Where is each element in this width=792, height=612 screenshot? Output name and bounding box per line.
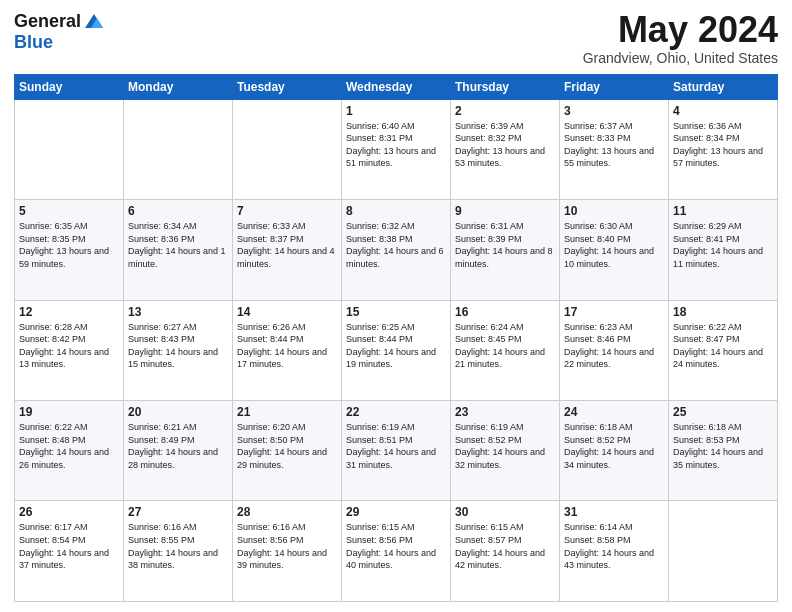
day-info: Sunrise: 6:22 AM Sunset: 8:48 PM Dayligh… bbox=[19, 421, 119, 471]
day-number: 24 bbox=[564, 405, 664, 419]
calendar-cell: 31Sunrise: 6:14 AM Sunset: 8:58 PM Dayli… bbox=[560, 501, 669, 602]
day-info: Sunrise: 6:21 AM Sunset: 8:49 PM Dayligh… bbox=[128, 421, 228, 471]
day-info: Sunrise: 6:18 AM Sunset: 8:53 PM Dayligh… bbox=[673, 421, 773, 471]
day-info: Sunrise: 6:31 AM Sunset: 8:39 PM Dayligh… bbox=[455, 220, 555, 270]
day-number: 15 bbox=[346, 305, 446, 319]
col-sunday: Sunday bbox=[15, 74, 124, 99]
col-thursday: Thursday bbox=[451, 74, 560, 99]
day-number: 20 bbox=[128, 405, 228, 419]
calendar-cell: 16Sunrise: 6:24 AM Sunset: 8:45 PM Dayli… bbox=[451, 300, 560, 400]
calendar-week-row: 1Sunrise: 6:40 AM Sunset: 8:31 PM Daylig… bbox=[15, 99, 778, 199]
calendar-cell bbox=[669, 501, 778, 602]
day-info: Sunrise: 6:19 AM Sunset: 8:52 PM Dayligh… bbox=[455, 421, 555, 471]
calendar-cell: 25Sunrise: 6:18 AM Sunset: 8:53 PM Dayli… bbox=[669, 401, 778, 501]
calendar-header-row: Sunday Monday Tuesday Wednesday Thursday… bbox=[15, 74, 778, 99]
day-info: Sunrise: 6:16 AM Sunset: 8:55 PM Dayligh… bbox=[128, 521, 228, 571]
day-info: Sunrise: 6:16 AM Sunset: 8:56 PM Dayligh… bbox=[237, 521, 337, 571]
calendar-cell: 15Sunrise: 6:25 AM Sunset: 8:44 PM Dayli… bbox=[342, 300, 451, 400]
calendar-cell: 10Sunrise: 6:30 AM Sunset: 8:40 PM Dayli… bbox=[560, 200, 669, 300]
day-number: 8 bbox=[346, 204, 446, 218]
day-number: 18 bbox=[673, 305, 773, 319]
logo: General Blue bbox=[14, 10, 105, 53]
page: General Blue May 2024 Grandview, Ohio, U… bbox=[0, 0, 792, 612]
calendar-cell: 13Sunrise: 6:27 AM Sunset: 8:43 PM Dayli… bbox=[124, 300, 233, 400]
calendar-cell: 18Sunrise: 6:22 AM Sunset: 8:47 PM Dayli… bbox=[669, 300, 778, 400]
day-info: Sunrise: 6:14 AM Sunset: 8:58 PM Dayligh… bbox=[564, 521, 664, 571]
day-info: Sunrise: 6:26 AM Sunset: 8:44 PM Dayligh… bbox=[237, 321, 337, 371]
day-info: Sunrise: 6:29 AM Sunset: 8:41 PM Dayligh… bbox=[673, 220, 773, 270]
day-number: 27 bbox=[128, 505, 228, 519]
day-number: 23 bbox=[455, 405, 555, 419]
day-info: Sunrise: 6:23 AM Sunset: 8:46 PM Dayligh… bbox=[564, 321, 664, 371]
month-title: May 2024 bbox=[583, 10, 778, 50]
calendar-cell: 24Sunrise: 6:18 AM Sunset: 8:52 PM Dayli… bbox=[560, 401, 669, 501]
calendar-cell bbox=[124, 99, 233, 199]
day-info: Sunrise: 6:28 AM Sunset: 8:42 PM Dayligh… bbox=[19, 321, 119, 371]
day-info: Sunrise: 6:22 AM Sunset: 8:47 PM Dayligh… bbox=[673, 321, 773, 371]
day-info: Sunrise: 6:33 AM Sunset: 8:37 PM Dayligh… bbox=[237, 220, 337, 270]
title-block: May 2024 Grandview, Ohio, United States bbox=[583, 10, 778, 66]
day-number: 2 bbox=[455, 104, 555, 118]
day-number: 1 bbox=[346, 104, 446, 118]
day-number: 16 bbox=[455, 305, 555, 319]
calendar-week-row: 5Sunrise: 6:35 AM Sunset: 8:35 PM Daylig… bbox=[15, 200, 778, 300]
day-info: Sunrise: 6:24 AM Sunset: 8:45 PM Dayligh… bbox=[455, 321, 555, 371]
calendar-cell: 14Sunrise: 6:26 AM Sunset: 8:44 PM Dayli… bbox=[233, 300, 342, 400]
day-number: 25 bbox=[673, 405, 773, 419]
day-number: 30 bbox=[455, 505, 555, 519]
logo-general-text: General bbox=[14, 11, 81, 32]
calendar-cell: 8Sunrise: 6:32 AM Sunset: 8:38 PM Daylig… bbox=[342, 200, 451, 300]
header: General Blue May 2024 Grandview, Ohio, U… bbox=[14, 10, 778, 66]
day-number: 17 bbox=[564, 305, 664, 319]
calendar-cell: 4Sunrise: 6:36 AM Sunset: 8:34 PM Daylig… bbox=[669, 99, 778, 199]
day-number: 12 bbox=[19, 305, 119, 319]
day-number: 19 bbox=[19, 405, 119, 419]
calendar-cell: 7Sunrise: 6:33 AM Sunset: 8:37 PM Daylig… bbox=[233, 200, 342, 300]
calendar-cell: 1Sunrise: 6:40 AM Sunset: 8:31 PM Daylig… bbox=[342, 99, 451, 199]
calendar-cell: 6Sunrise: 6:34 AM Sunset: 8:36 PM Daylig… bbox=[124, 200, 233, 300]
day-info: Sunrise: 6:39 AM Sunset: 8:32 PM Dayligh… bbox=[455, 120, 555, 170]
day-number: 14 bbox=[237, 305, 337, 319]
calendar-cell: 3Sunrise: 6:37 AM Sunset: 8:33 PM Daylig… bbox=[560, 99, 669, 199]
day-info: Sunrise: 6:34 AM Sunset: 8:36 PM Dayligh… bbox=[128, 220, 228, 270]
day-number: 10 bbox=[564, 204, 664, 218]
calendar-cell: 5Sunrise: 6:35 AM Sunset: 8:35 PM Daylig… bbox=[15, 200, 124, 300]
calendar-week-row: 19Sunrise: 6:22 AM Sunset: 8:48 PM Dayli… bbox=[15, 401, 778, 501]
day-number: 21 bbox=[237, 405, 337, 419]
logo-icon bbox=[83, 10, 105, 32]
day-info: Sunrise: 6:17 AM Sunset: 8:54 PM Dayligh… bbox=[19, 521, 119, 571]
calendar-table: Sunday Monday Tuesday Wednesday Thursday… bbox=[14, 74, 778, 602]
calendar-week-row: 12Sunrise: 6:28 AM Sunset: 8:42 PM Dayli… bbox=[15, 300, 778, 400]
calendar-cell: 20Sunrise: 6:21 AM Sunset: 8:49 PM Dayli… bbox=[124, 401, 233, 501]
calendar-cell: 29Sunrise: 6:15 AM Sunset: 8:56 PM Dayli… bbox=[342, 501, 451, 602]
day-number: 11 bbox=[673, 204, 773, 218]
day-info: Sunrise: 6:15 AM Sunset: 8:56 PM Dayligh… bbox=[346, 521, 446, 571]
calendar-cell: 30Sunrise: 6:15 AM Sunset: 8:57 PM Dayli… bbox=[451, 501, 560, 602]
col-tuesday: Tuesday bbox=[233, 74, 342, 99]
calendar-cell: 23Sunrise: 6:19 AM Sunset: 8:52 PM Dayli… bbox=[451, 401, 560, 501]
day-number: 5 bbox=[19, 204, 119, 218]
col-saturday: Saturday bbox=[669, 74, 778, 99]
calendar-cell: 22Sunrise: 6:19 AM Sunset: 8:51 PM Dayli… bbox=[342, 401, 451, 501]
col-monday: Monday bbox=[124, 74, 233, 99]
day-number: 28 bbox=[237, 505, 337, 519]
day-number: 13 bbox=[128, 305, 228, 319]
day-info: Sunrise: 6:18 AM Sunset: 8:52 PM Dayligh… bbox=[564, 421, 664, 471]
day-info: Sunrise: 6:15 AM Sunset: 8:57 PM Dayligh… bbox=[455, 521, 555, 571]
day-number: 22 bbox=[346, 405, 446, 419]
day-info: Sunrise: 6:36 AM Sunset: 8:34 PM Dayligh… bbox=[673, 120, 773, 170]
calendar-cell: 11Sunrise: 6:29 AM Sunset: 8:41 PM Dayli… bbox=[669, 200, 778, 300]
calendar-cell: 2Sunrise: 6:39 AM Sunset: 8:32 PM Daylig… bbox=[451, 99, 560, 199]
day-number: 7 bbox=[237, 204, 337, 218]
day-info: Sunrise: 6:40 AM Sunset: 8:31 PM Dayligh… bbox=[346, 120, 446, 170]
calendar-cell bbox=[15, 99, 124, 199]
calendar-cell: 26Sunrise: 6:17 AM Sunset: 8:54 PM Dayli… bbox=[15, 501, 124, 602]
col-friday: Friday bbox=[560, 74, 669, 99]
day-info: Sunrise: 6:20 AM Sunset: 8:50 PM Dayligh… bbox=[237, 421, 337, 471]
col-wednesday: Wednesday bbox=[342, 74, 451, 99]
day-number: 31 bbox=[564, 505, 664, 519]
day-number: 4 bbox=[673, 104, 773, 118]
calendar-cell: 12Sunrise: 6:28 AM Sunset: 8:42 PM Dayli… bbox=[15, 300, 124, 400]
calendar-cell bbox=[233, 99, 342, 199]
calendar-cell: 9Sunrise: 6:31 AM Sunset: 8:39 PM Daylig… bbox=[451, 200, 560, 300]
